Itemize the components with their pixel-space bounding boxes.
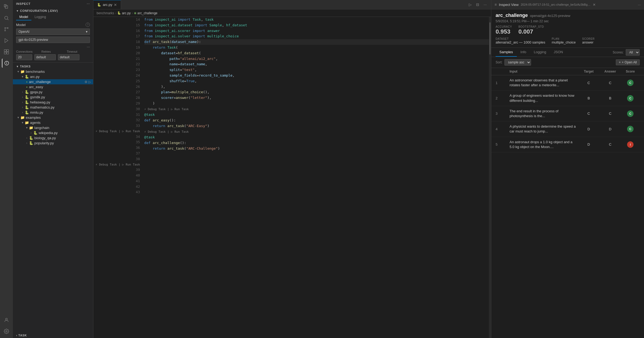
sidebar-header-icons[interactable]: ··· — [87, 2, 90, 5]
settings-task-icon[interactable]: ⚙ — [85, 80, 87, 84]
row-input: An astronaut drops a 1.0 kg object and a… — [510, 140, 578, 149]
connections-label: Connections — [16, 50, 39, 53]
tab-logging[interactable]: Logging — [530, 48, 550, 57]
run-task-icon[interactable]: ▷ — [89, 80, 91, 84]
connections-input[interactable] — [16, 54, 32, 60]
tab-info[interactable]: Info — [517, 48, 530, 57]
editor-tabs: 🐍 arc.py ✕ ▷ ⊟ ··· — [93, 0, 491, 9]
model-select[interactable]: OpenAI ▾ — [16, 28, 90, 35]
sort-select[interactable]: sample asc — [504, 59, 531, 66]
row-answer: B — [599, 96, 621, 100]
config-tabs: Model Logging — [16, 14, 90, 20]
chevron-down-icon: ▼ — [25, 126, 29, 129]
sort-row: Sort: sample asc + + Open All — [491, 57, 644, 68]
plan-label: PLAN — [552, 37, 576, 40]
folder-icon: 📁 — [20, 116, 25, 120]
scorer-value: answer — [582, 40, 595, 44]
row-target: D — [578, 142, 599, 146]
info-icon[interactable] — [2, 59, 11, 68]
dataset-block: DATASET allenai/ai2_arc — 1000 samples — [496, 37, 545, 44]
split-editor-btn[interactable]: ⊟ — [475, 2, 480, 7]
table-row[interactable]: 4 A physicist wants to determine the spe… — [491, 121, 644, 137]
more-options-icon[interactable]: ··· — [87, 2, 90, 5]
editor-tab-arc-py[interactable]: 🐍 arc.py ✕ — [93, 0, 121, 9]
more-options-icon[interactable]: ··· — [638, 3, 641, 7]
scrollbar[interactable] — [489, 17, 491, 338]
breadcrumb-benchmarks[interactable]: benchmarks — [97, 11, 114, 15]
chevron-right-icon: › — [20, 101, 25, 104]
logging-tab[interactable]: Logging — [31, 14, 49, 20]
dot-icon: ● — [25, 80, 29, 83]
folder-icon: 📁 — [25, 121, 29, 125]
tree-item-arc-py[interactable]: ▼ 🐍 arc.py — [13, 74, 93, 79]
tab-samples[interactable]: Samples — [496, 48, 517, 57]
more-actions-btn[interactable]: ··· — [482, 2, 488, 7]
tasks-header[interactable]: ▼ TASKS — [13, 64, 93, 69]
tree-item-examples[interactable]: ▼ 📁 examples — [13, 115, 93, 120]
search-icon[interactable] — [2, 13, 11, 23]
close-tab-icon[interactable]: ✕ — [114, 3, 117, 7]
model-input[interactable]: gpt-4o-0125-preview — [16, 37, 90, 43]
scores-label: Scores: — [613, 51, 624, 54]
run-debug-icon[interactable] — [2, 36, 11, 45]
extensions-icon[interactable] — [2, 47, 11, 56]
folder-icon: 📁 — [20, 70, 25, 74]
score-badge: C — [627, 80, 634, 86]
chevron-down-icon: ▼ — [20, 121, 25, 124]
task-footer[interactable]: › TASK — [13, 333, 93, 338]
tree-label: gsm8k.py — [30, 95, 45, 99]
tab-json[interactable]: JSON — [550, 48, 567, 57]
hamburger-icon[interactable]: ≡ — [495, 2, 497, 7]
score-badge: C — [627, 95, 634, 102]
row-target: C — [578, 112, 599, 116]
account-icon[interactable] — [2, 315, 11, 325]
tree-item-gsm8k-py[interactable]: › 🐍 gsm8k.py — [13, 95, 93, 100]
tree-item-langchain[interactable]: ▼ 📁 langchain — [13, 125, 93, 130]
tree-label: agents — [30, 121, 41, 125]
tree-item-agents[interactable]: ▼ 📁 agents — [13, 120, 93, 125]
tree-item-mathematics-py[interactable]: › 🐍 mathematics.py — [13, 105, 93, 110]
code-editor[interactable]: 14 15 16 17 18 19 20 21 22 23 24 25 26 2… — [93, 17, 491, 338]
tree-item-mmlu-py[interactable]: › 🐍 mmlu.py — [13, 110, 93, 115]
more-options-btn[interactable]: ··· — [87, 45, 90, 49]
tree-item-gpqa-py[interactable]: › 🐍 gpqa.py — [13, 89, 93, 95]
breadcrumb-arc-py[interactable]: 🐍 arc.py — [117, 11, 131, 15]
table-row[interactable]: 1 An astronomer observes that a planet r… — [491, 75, 644, 91]
row-answer: C — [599, 112, 621, 116]
file-icon: 🐍 — [25, 110, 29, 114]
config-section-header[interactable]: ▼ CONFIGURATION (.ENV) — [16, 8, 90, 14]
tree-item-arc-easy[interactable]: ● arc_easy — [13, 84, 93, 89]
scores-select[interactable]: All — [626, 49, 640, 56]
svg-rect-8 — [4, 50, 6, 52]
tree-item-popularity-py[interactable]: › 🐍 popularity.py — [13, 141, 93, 146]
tree-item-arc-challenge[interactable]: ● arc_challenge ⚙ ▷ — [13, 79, 93, 84]
activity-bar — [0, 0, 13, 338]
row-input: An astronomer observes that a planet rot… — [510, 78, 578, 88]
open-all-button[interactable]: + + Open All — [616, 59, 640, 65]
table-row[interactable]: 3 The end result in the process of photo… — [491, 106, 644, 121]
tree-item-hellaswag-py[interactable]: › 🐍 hellaswag.py — [13, 100, 93, 105]
row-input: A group of engineers wanted to know how … — [510, 93, 578, 103]
run-btn[interactable]: ▷ — [468, 2, 473, 7]
tree-item-wikipedia-py[interactable]: › 🐍 wikipedia.py — [13, 130, 93, 135]
model-tab[interactable]: Model — [16, 14, 31, 20]
tree-label: arc_easy — [29, 85, 43, 89]
close-panel-icon[interactable]: ✕ — [593, 3, 596, 7]
retries-input[interactable] — [34, 54, 56, 60]
table-row[interactable]: 5 An astronaut drops a 1.0 kg object and… — [491, 137, 644, 152]
tree-item-benchmarks[interactable]: ▼ 📁 benchmarks — [13, 69, 93, 74]
col-score: Score — [621, 70, 640, 73]
settings-icon[interactable] — [2, 327, 11, 336]
inspect-panel-title: Inspect View — [499, 3, 518, 7]
model-help-icon[interactable]: ? — [86, 23, 90, 27]
tree-label: arc.py — [30, 75, 39, 79]
chevron-down-icon: ▾ — [86, 30, 87, 34]
table-row[interactable]: 2 A group of engineers wanted to know ho… — [491, 91, 644, 106]
plan-block: PLAN multiple_choice — [552, 37, 576, 44]
breadcrumb-arc-challenge[interactable]: ◉ arc_challenge — [134, 11, 158, 15]
files-icon[interactable] — [2, 2, 11, 11]
source-control-icon[interactable] — [2, 25, 11, 34]
tree-item-biology-qa-py[interactable]: › 🐍 biology_qa.py — [13, 135, 93, 141]
timeout-input[interactable] — [58, 54, 79, 60]
row-num: 3 — [496, 112, 510, 116]
